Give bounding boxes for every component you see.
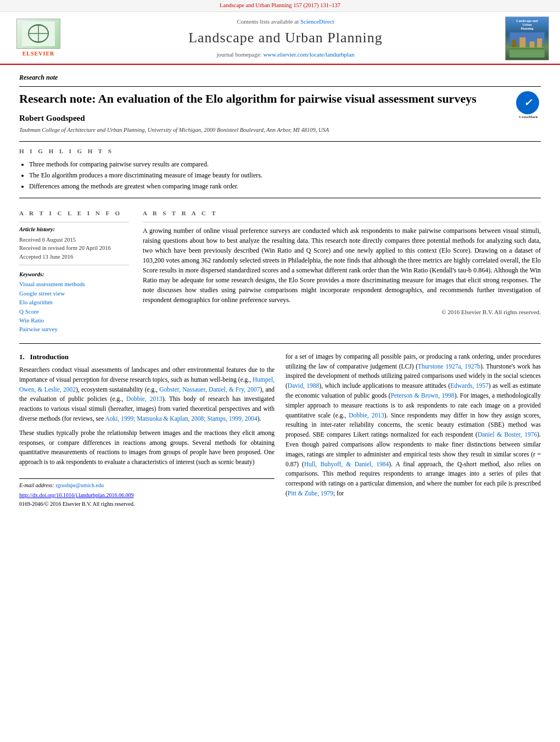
keywords-section: Keywords: Visual assessment methods Goog… — [19, 271, 129, 334]
ref-dobbie2[interactable]: Dobbie, 2013 — [349, 412, 384, 419]
sciencedirect-anchor[interactable]: ScienceDirect — [300, 18, 334, 25]
ref-edwards[interactable]: Edwards, 1957 — [450, 382, 489, 389]
title-divider-top — [19, 86, 541, 87]
journal-citation: Landscape and Urban Planning 157 (2017) … — [220, 2, 340, 8]
main-left-column: 1. Introduction Researchers conduct visu… — [19, 352, 275, 508]
svg-rect-9 — [530, 42, 535, 48]
svg-rect-7 — [512, 40, 516, 48]
main-content-divider — [19, 343, 541, 344]
journal-title-large: Landscape and Urban Planning — [77, 28, 494, 48]
crossmark-icon: ✓ — [516, 91, 539, 114]
ref-david[interactable]: David, 1988 — [288, 382, 320, 389]
doi-text[interactable]: http://dx.doi.org/10.1016/j.landurbplan.… — [19, 492, 275, 499]
ref-pitt-zube[interactable]: Pitt & Zube, 1979 — [288, 490, 333, 496]
info-divider — [19, 222, 129, 222]
svg-rect-11 — [509, 48, 545, 49]
main-content-columns: 1. Introduction Researchers conduct visu… — [19, 352, 541, 508]
highlights-list: Three methods for comparing pairwise sur… — [19, 160, 541, 191]
ref-peterson[interactable]: Peterson & Brown, 1998 — [391, 392, 455, 399]
copyright-line: © 2016 Elsevier B.V. All rights reserved… — [143, 308, 541, 316]
ref-hull[interactable]: Hull, Buhyoff, & Daniel, 1984 — [304, 461, 389, 467]
highlight-item-3: Differences among the methods are greate… — [29, 182, 541, 191]
email-link[interactable]: rgoodspe@umich.edu — [55, 482, 104, 488]
article-body: Research note Research note: An evaluati… — [0, 65, 560, 519]
highlights-divider-top — [19, 141, 541, 142]
highlight-item-2: The Elo algorithm produces a more discri… — [29, 171, 541, 180]
keyword-3[interactable]: Elo algorithm — [19, 298, 129, 306]
issn-text: 0169-2046/© 2016 Elsevier B.V. All right… — [19, 500, 275, 508]
intro-heading: 1. Introduction — [19, 352, 275, 362]
accepted-date: Accepted 13 June 2016 — [19, 253, 129, 261]
abstract-column: A B S T R A C T A growing number of onli… — [143, 204, 541, 334]
article-title: Research note: An evaluation of the Elo … — [19, 91, 541, 107]
page: Landscape and Urban Planning 157 (2017) … — [0, 0, 560, 742]
intro-paragraph-1: Researchers conduct visual assessments o… — [19, 365, 275, 424]
keyword-5[interactable]: Win Ratio — [19, 316, 129, 325]
journal-cover-image: Landscape andUrbanPlanning — [505, 16, 549, 60]
ref-gobster[interactable]: Gobster, Nassauer, Daniel, & Fry, 2007 — [159, 386, 260, 393]
keyword-4[interactable]: Q Score — [19, 308, 129, 316]
ref-daniel-boster[interactable]: Daniel & Boster, 1976 — [478, 431, 537, 438]
article-info-column: A R T I C L E I N F O Article history: R… — [19, 204, 129, 334]
elsevier-logo: ELSEVIER — [11, 19, 66, 58]
journal-header: ELSEVIER Contents lists available at Sci… — [0, 12, 560, 65]
keywords-label: Keywords: — [19, 271, 129, 279]
keyword-2[interactable]: Google street view — [19, 289, 129, 298]
article-info-heading: A R T I C L E I N F O — [19, 209, 129, 217]
cover-title-text: Landscape andUrbanPlanning — [517, 19, 538, 31]
revised-date: Received in revised form 20 April 2016 — [19, 244, 129, 253]
elsevier-brand-text: ELSEVIER — [23, 50, 55, 58]
journal-citation-bar: Landscape and Urban Planning 157 (2017) … — [0, 0, 560, 12]
elsevier-logo-image — [16, 19, 60, 49]
keyword-1[interactable]: Visual assessment methods — [19, 280, 129, 288]
footnote-section: E-mail address: rgoodspe@umich.edu http:… — [19, 478, 275, 508]
info-abstract-columns: A R T I C L E I N F O Article history: R… — [19, 204, 541, 334]
ref-thurstone[interactable]: Thurstone 1927a, 1927b — [418, 363, 480, 370]
email-footnote: E-mail address: rgoodspe@umich.edu — [19, 482, 275, 489]
ref-dobbie[interactable]: Dobbie, 2013 — [126, 395, 163, 402]
header-center: Contents lists available at ScienceDirec… — [66, 18, 505, 59]
highlights-heading: H I G H L I G H T S — [19, 147, 541, 155]
abstract-heading: A B S T R A C T — [143, 209, 541, 217]
abstract-text: A growing number of online visual prefer… — [143, 226, 541, 305]
keywords-divider — [19, 265, 129, 265]
author-name: Robert Goodspeed — [19, 113, 541, 124]
journal-homepage-link[interactable]: www.elsevier.com/locate/landurbplan — [263, 51, 354, 58]
keyword-6[interactable]: Pairwise survey — [19, 325, 129, 333]
main-right-column: for a set of images by comparing all pos… — [285, 352, 541, 508]
received-date: Received 6 August 2015 — [19, 236, 129, 244]
highlight-item-1: Three methods for comparing pairwise sur… — [29, 160, 541, 169]
highlights-divider-bottom — [19, 198, 541, 198]
sciencedirect-link: Contents lists available at ScienceDirec… — [77, 18, 494, 26]
intro-paragraph-2: These studies typically probe the relati… — [19, 428, 275, 467]
article-history-label: Article history: — [19, 226, 129, 234]
author-affiliation: Taubman College of Architecture and Urba… — [19, 126, 541, 135]
ref-aoki[interactable]: Aoki, 1999; Matsuoka & Kaplan, 2008; Sta… — [105, 415, 257, 422]
crossmark-badge: ✓ CrossMark — [516, 91, 541, 116]
abstract-divider — [143, 222, 541, 222]
journal-homepage-line: journal homepage: www.elsevier.com/locat… — [77, 51, 494, 59]
right-paragraph-1: for a set of images by comparing all pos… — [285, 352, 541, 499]
svg-rect-8 — [519, 37, 525, 47]
svg-rect-10 — [537, 38, 542, 47]
article-section-label: Research note — [19, 73, 541, 82]
